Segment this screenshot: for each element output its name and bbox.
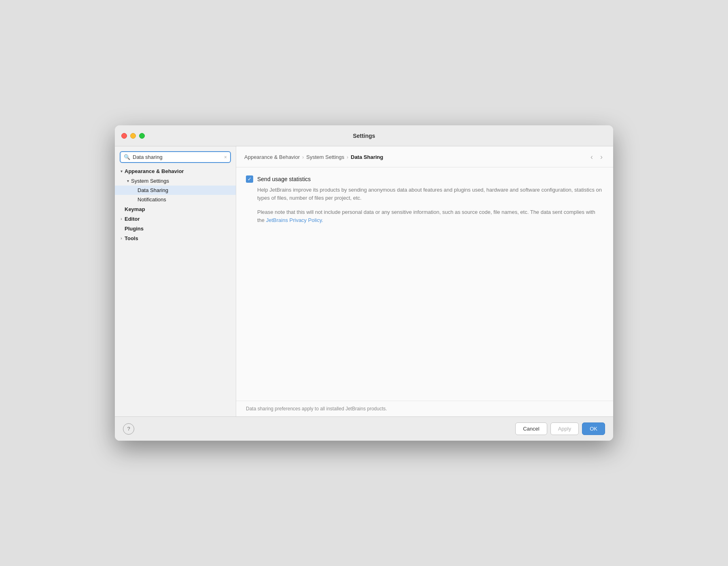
checkbox-label: Send usage statistics [257, 176, 311, 182]
description-2: Please note that this will not include p… [257, 208, 603, 224]
nav-buttons: ‹ › [588, 152, 605, 162]
apply-button[interactable]: Apply [550, 422, 579, 435]
sidebar: 🔍 × ▾ Appearance & Behavior ▾ System Set… [115, 146, 236, 416]
settings-window: Settings 🔍 × ▾ Appearance & Behavior [115, 125, 613, 441]
breadcrumb: Appearance & Behavior › System Settings … [244, 154, 383, 160]
send-usage-checkbox-row: ✓ Send usage statistics [246, 175, 603, 183]
right-panel: Appearance & Behavior › System Settings … [236, 146, 613, 416]
window-controls [121, 133, 145, 139]
ok-button[interactable]: OK [582, 422, 605, 435]
checkmark-icon: ✓ [248, 177, 252, 182]
sidebar-item-keymap[interactable]: › Keymap [115, 204, 236, 214]
panel-header: Appearance & Behavior › System Settings … [236, 146, 613, 167]
breadcrumb-appearance: Appearance & Behavior [244, 154, 300, 160]
breadcrumb-system-settings: System Settings [306, 154, 344, 160]
search-input[interactable] [133, 154, 222, 160]
sidebar-item-label: Plugins [125, 226, 144, 232]
sidebar-item-label: Data Sharing [138, 187, 168, 193]
sidebar-item-data-sharing[interactable]: Data Sharing [115, 186, 236, 195]
description-1: Help JetBrains improve its products by s… [257, 186, 603, 202]
sidebar-item-system-settings[interactable]: ▾ System Settings [115, 176, 236, 186]
breadcrumb-sep-2: › [347, 154, 348, 160]
titlebar: Settings [115, 125, 613, 146]
bottom-bar: ? Cancel Apply OK [115, 416, 613, 441]
close-button[interactable] [121, 133, 127, 139]
send-usage-checkbox[interactable]: ✓ [246, 175, 253, 183]
chevron-down-icon: ▾ [125, 177, 131, 184]
sidebar-item-label: Notifications [138, 196, 166, 203]
sidebar-item-editor[interactable]: › Editor [115, 214, 236, 224]
chevron-right-icon: › [118, 215, 125, 222]
sidebar-item-label: Keymap [125, 206, 145, 212]
minimize-button[interactable] [130, 133, 136, 139]
cancel-button[interactable]: Cancel [515, 422, 547, 435]
sidebar-item-label: Appearance & Behavior [125, 168, 184, 174]
privacy-policy-link[interactable]: JetBrains Privacy Policy. [266, 217, 323, 223]
breadcrumb-data-sharing: Data Sharing [351, 154, 383, 160]
sidebar-item-appearance-behavior[interactable]: ▾ Appearance & Behavior [115, 166, 236, 176]
search-container: 🔍 × [115, 146, 236, 166]
help-button[interactable]: ? [123, 423, 134, 435]
sidebar-tree: ▾ Appearance & Behavior ▾ System Setting… [115, 166, 236, 243]
panel-content: ✓ Send usage statistics Help JetBrains i… [236, 167, 613, 401]
window-title: Settings [353, 133, 375, 139]
sidebar-item-tools[interactable]: › Tools [115, 233, 236, 243]
footer-note: Data sharing preferences apply to all in… [236, 401, 613, 416]
sidebar-item-label: System Settings [131, 178, 169, 184]
sidebar-item-plugins[interactable]: › Plugins [115, 224, 236, 233]
maximize-button[interactable] [139, 133, 145, 139]
forward-button[interactable]: › [598, 152, 605, 162]
sidebar-item-label: Editor [125, 216, 140, 222]
main-content: 🔍 × ▾ Appearance & Behavior ▾ System Set… [115, 146, 613, 416]
chevron-right-icon: › [118, 235, 125, 241]
search-icon: 🔍 [124, 154, 130, 160]
sidebar-item-label: Tools [125, 235, 138, 241]
search-clear-button[interactable]: × [224, 154, 227, 160]
sidebar-item-notifications[interactable]: Notifications [115, 195, 236, 204]
chevron-down-icon: ▾ [118, 168, 125, 174]
back-button[interactable]: ‹ [588, 152, 595, 162]
search-box[interactable]: 🔍 × [120, 151, 231, 163]
breadcrumb-sep-1: › [302, 154, 304, 160]
action-buttons: Cancel Apply OK [515, 422, 605, 435]
